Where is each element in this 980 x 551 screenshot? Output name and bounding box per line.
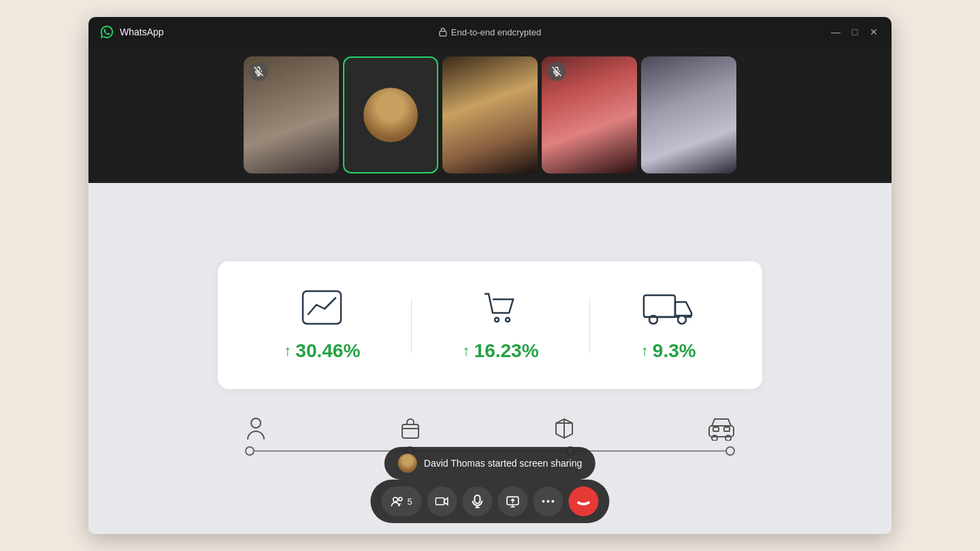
participant-tile[interactable]	[244, 56, 339, 173]
svg-point-16	[251, 418, 261, 428]
minimize-button[interactable]: —	[829, 25, 843, 39]
stat-item-cart: ↑ 16.23%	[463, 288, 539, 362]
camera-button[interactable]	[427, 486, 457, 516]
participant-tile[interactable]	[641, 56, 736, 173]
svg-rect-23	[713, 427, 719, 431]
timeline-dot	[725, 446, 735, 456]
stat-item-truck: ↑ 9.3%	[641, 288, 696, 362]
stat-item-chart: ↑ 30.46%	[284, 288, 360, 362]
svg-point-8	[495, 318, 499, 322]
chart-icon	[300, 288, 344, 327]
mute-badge	[547, 62, 566, 81]
window-controls: — □ ✕	[829, 25, 881, 39]
whatsapp-icon	[99, 24, 114, 39]
journey-step-box	[553, 416, 575, 441]
participant-strip	[88, 47, 892, 183]
car-icon	[708, 416, 735, 441]
stat-arrow: ↑	[641, 342, 649, 360]
svg-point-34	[542, 500, 545, 503]
titlebar: WhatsApp End-to-end endcrypted — □ ✕	[88, 17, 892, 47]
svg-rect-10	[644, 295, 675, 317]
more-button[interactable]	[534, 486, 564, 516]
screen-share-icon	[506, 495, 520, 507]
svg-rect-0	[440, 31, 446, 36]
end-call-icon	[576, 497, 591, 506]
avatar	[363, 88, 418, 142]
journey-step-car	[708, 416, 735, 441]
stat-value-cart: ↑ 16.23%	[463, 340, 539, 362]
stat-arrow: ↑	[284, 342, 291, 360]
box-icon	[553, 416, 575, 441]
timeline-line	[575, 450, 725, 452]
journey-step-bag	[399, 416, 421, 441]
svg-rect-17	[402, 424, 419, 438]
person-icon	[245, 416, 267, 441]
participant-tile[interactable]	[542, 56, 637, 173]
stat-arrow: ↑	[463, 342, 470, 360]
stat-divider	[589, 298, 590, 352]
mute-badge	[249, 62, 268, 81]
toast-avatar	[398, 454, 417, 473]
timeline-dot	[245, 446, 255, 456]
app-logo: WhatsApp	[99, 24, 164, 39]
svg-point-9	[506, 318, 510, 322]
journey-icons	[245, 416, 735, 441]
svg-point-35	[547, 500, 550, 503]
participant-tile[interactable]	[343, 56, 438, 173]
app-window: WhatsApp End-to-end endcrypted — □ ✕	[88, 17, 892, 534]
svg-rect-24	[724, 427, 730, 431]
svg-point-36	[552, 500, 555, 503]
end-call-button[interactable]	[569, 486, 599, 516]
main-content: ↑ 30.46% ↑ 16.23%	[88, 183, 892, 534]
participants-button[interactable]: 5	[381, 486, 421, 516]
stats-card: ↑ 30.46% ↑ 16.23%	[218, 261, 762, 389]
bag-icon	[399, 416, 421, 441]
close-button[interactable]: ✕	[867, 25, 881, 39]
mic-off-icon	[552, 67, 561, 76]
participants-icon	[391, 496, 403, 507]
stat-divider	[411, 298, 412, 352]
app-name: WhatsApp	[120, 27, 164, 37]
participant-tile[interactable]	[442, 56, 538, 173]
mic-icon	[472, 495, 483, 508]
mic-button[interactable]	[463, 486, 493, 516]
journey-step-person	[245, 416, 267, 441]
notification-toast: David Thomas started screen sharing	[385, 447, 595, 480]
svg-point-26	[399, 497, 402, 501]
cart-icon	[479, 288, 523, 327]
encryption-badge: End-to-end endcrypted	[439, 27, 541, 37]
toast-message: David Thomas started screen sharing	[424, 458, 582, 469]
control-bar: 5	[370, 480, 609, 523]
lock-icon	[439, 27, 447, 37]
screen-share-button[interactable]	[498, 486, 528, 516]
participants-count: 5	[407, 497, 412, 507]
truck-icon	[641, 288, 696, 327]
svg-rect-28	[475, 495, 480, 503]
timeline-line	[255, 450, 405, 452]
stat-value-truck: ↑ 9.3%	[641, 340, 696, 362]
mic-off-icon	[254, 67, 263, 76]
svg-point-25	[393, 497, 398, 502]
svg-rect-27	[436, 498, 444, 505]
encryption-label: End-to-end endcrypted	[451, 27, 541, 37]
camera-icon	[436, 496, 449, 507]
maximize-button[interactable]: □	[848, 25, 862, 39]
svg-point-12	[678, 316, 686, 324]
stat-value-chart: ↑ 30.46%	[284, 340, 360, 362]
more-icon	[542, 500, 555, 503]
